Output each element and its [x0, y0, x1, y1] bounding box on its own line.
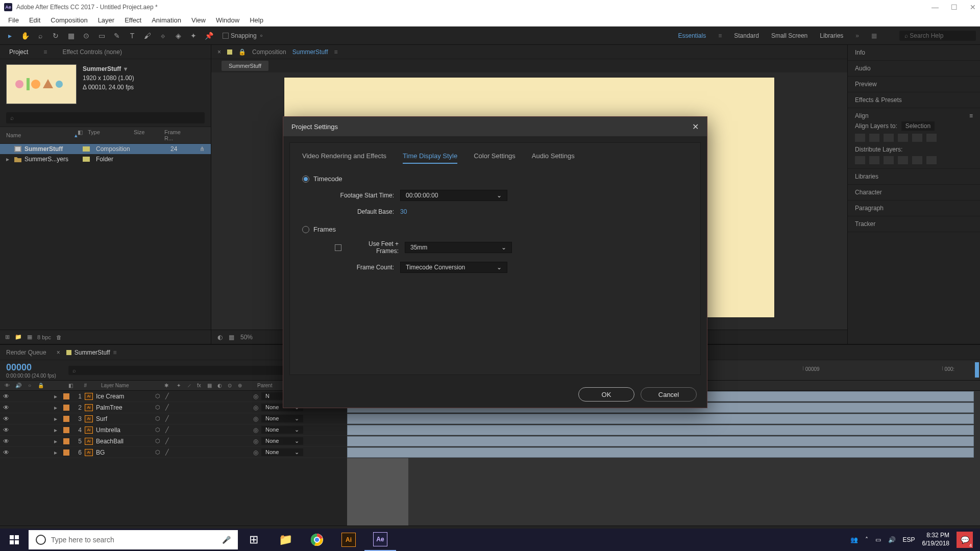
window-close-icon[interactable]: ✕ [970, 3, 976, 11]
parent-select[interactable]: None⌄ [261, 448, 303, 456]
dlg-tab-time-display[interactable]: Time Display Style [403, 152, 457, 164]
tab-timeline-comp[interactable]: × SummerStuff ≡ [57, 349, 117, 356]
layer-name[interactable]: Ice Cream [96, 393, 152, 400]
layer-duration-bar[interactable] [347, 414, 974, 424]
col-lock-icon[interactable]: 🔒 [37, 383, 45, 388]
pickwhip-icon[interactable]: ◎ [253, 393, 258, 400]
timeline-layer[interactable]: 👁▸4AiUmbrella⬡╱◎None⌄ [0, 424, 347, 436]
start-button[interactable] [0, 529, 29, 551]
panel-info[interactable]: Info [848, 45, 980, 61]
layer-duration-bar[interactable] [347, 425, 974, 435]
comp-name-dropdown-icon[interactable]: ▾ [124, 64, 127, 73]
layer-label-icon[interactable] [63, 449, 69, 456]
dist-1-icon[interactable] [855, 156, 865, 164]
menu-animation[interactable]: Animation [146, 15, 186, 25]
layer-name[interactable]: Umbrella [96, 427, 152, 434]
tab-close-icon[interactable]: × [57, 349, 60, 356]
visibility-icon[interactable]: 👁 [3, 449, 10, 456]
task-view-icon[interactable]: ⊞ [238, 529, 270, 551]
workspace-standard[interactable]: Standard [734, 32, 759, 39]
dist-2-icon[interactable] [869, 156, 879, 164]
expand-icon[interactable]: ▸ [6, 156, 11, 163]
new-folder-icon[interactable]: 📁 [15, 334, 22, 340]
project-search-input[interactable]: ⌕ [6, 112, 205, 123]
menu-layer[interactable]: Layer [93, 15, 120, 25]
taskbar-aftereffects-icon[interactable]: Ae [364, 529, 396, 551]
dist-4-icon[interactable] [898, 156, 908, 164]
layer-label-icon[interactable] [63, 438, 69, 444]
eraser-tool-icon[interactable]: ◈ [173, 30, 184, 41]
timeline-search-input[interactable]: ⌕ [68, 366, 293, 375]
col-type[interactable]: Type [88, 129, 134, 141]
menu-help[interactable]: Help [244, 15, 268, 25]
switch-collapse-icon[interactable]: ╱ [165, 415, 169, 422]
visibility-icon[interactable]: 👁 [3, 438, 10, 445]
panel-tracker[interactable]: Tracker [848, 216, 980, 232]
panel-paragraph[interactable]: Paragraph [848, 201, 980, 216]
workspace-grid-icon[interactable]: ▦ [871, 32, 877, 39]
panel-character[interactable]: Character [848, 185, 980, 201]
col-shy-icon[interactable]: ✱ [164, 383, 174, 388]
align-bottom-icon[interactable] [926, 134, 937, 142]
playhead-icon[interactable] [975, 362, 979, 378]
expand-icon[interactable]: ▸ [54, 427, 60, 434]
switch-shy-icon[interactable]: ⬡ [155, 449, 160, 456]
project-item[interactable]: ▸ SummerS...yers Folder [0, 154, 211, 164]
switch-collapse-icon[interactable]: ╱ [165, 427, 169, 433]
feet-frames-checkbox[interactable] [335, 244, 341, 251]
panel-libraries[interactable]: Libraries [848, 169, 980, 185]
expand-icon[interactable]: ▸ [54, 393, 60, 400]
tray-lang[interactable]: ESP [903, 536, 915, 543]
comp-thumbnail[interactable] [6, 64, 77, 104]
tray-clock[interactable]: 8:32 PM 6/19/2018 [922, 532, 949, 547]
col-label-icon[interactable]: ◧ [78, 129, 88, 141]
col-size[interactable]: Size [134, 129, 164, 141]
rotate-tool-icon[interactable]: ↻ [50, 30, 61, 41]
comp-lock-icon[interactable]: 🔒 [238, 48, 246, 56]
workspace-small-screen[interactable]: Small Screen [771, 32, 807, 39]
project-item[interactable]: SummerStuff Composition 24 ⋔ [0, 144, 211, 154]
default-base-value[interactable]: 30 [400, 208, 407, 215]
parent-select[interactable]: None⌄ [261, 426, 303, 434]
col-label-icon[interactable]: ◧ [66, 383, 75, 388]
flowchart-icon[interactable]: ⋔ [200, 145, 205, 153]
radio-timecode[interactable] [302, 176, 309, 183]
expand-icon[interactable]: ▸ [54, 415, 60, 422]
expand-icon[interactable]: ▸ [54, 438, 60, 445]
switch-shy-icon[interactable]: ⬡ [155, 393, 160, 399]
col-fx-icon[interactable]: ✦ [177, 383, 184, 388]
dialog-close-icon[interactable]: ✕ [692, 122, 699, 132]
dist-5-icon[interactable] [912, 156, 922, 164]
col-name[interactable]: Name ▴ [6, 129, 78, 141]
interpret-footage-icon[interactable]: ⊞ [5, 334, 10, 340]
zoom-tool-icon[interactable]: ⌕ [35, 30, 46, 41]
new-comp-icon[interactable]: ▦ [27, 334, 32, 340]
menu-edit[interactable]: Edit [24, 15, 45, 25]
layer-label-icon[interactable] [63, 427, 69, 433]
snapping-checkbox-icon[interactable] [223, 33, 229, 39]
dist-6-icon[interactable] [926, 156, 937, 164]
pen-tool-icon[interactable]: ✎ [111, 30, 122, 41]
alpha-icon[interactable]: ◐ [217, 334, 223, 341]
align-top-icon[interactable] [898, 134, 908, 142]
tray-up-icon[interactable]: ˄ [865, 536, 868, 543]
tab-project[interactable]: Project [6, 46, 31, 58]
switch-shy-icon[interactable]: ⬡ [155, 427, 160, 433]
switch-collapse-icon[interactable]: ╱ [165, 393, 169, 399]
switch-collapse-icon[interactable]: ╱ [165, 438, 169, 444]
menu-effect[interactable]: Effect [119, 15, 146, 25]
align-left-icon[interactable] [855, 134, 865, 142]
tab-project-menu-icon[interactable]: ≡ [43, 48, 47, 56]
tab-render-queue[interactable]: Render Queue [6, 349, 46, 356]
menu-window[interactable]: Window [211, 15, 244, 25]
type-tool-icon[interactable]: T [127, 30, 138, 41]
col-audio-icon[interactable]: 🔊 [14, 383, 22, 388]
panel-effects-presets[interactable]: Effects & Presets [848, 92, 980, 108]
selection-tool-icon[interactable]: ▸ [4, 30, 15, 41]
roto-tool-icon[interactable]: ✦ [188, 30, 199, 41]
action-center-icon[interactable]: 💬4 [957, 532, 973, 548]
pickwhip-icon[interactable]: ◎ [253, 415, 258, 422]
label-color-icon[interactable] [83, 157, 90, 162]
layer-duration-bar[interactable] [347, 447, 974, 458]
help-search-input[interactable]: ⌕ Search Help [899, 31, 976, 41]
